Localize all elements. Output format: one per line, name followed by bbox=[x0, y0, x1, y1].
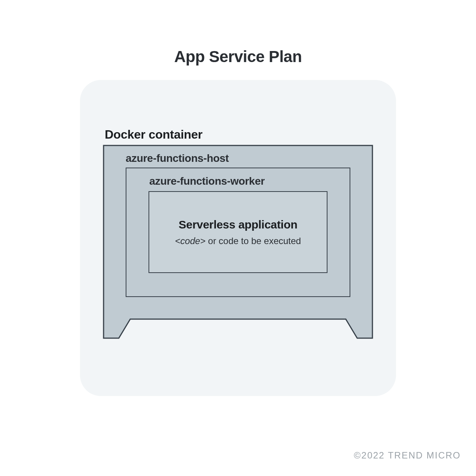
subtitle-text: or code to be executed bbox=[206, 236, 301, 246]
app-service-plan-card: Docker container azure-functions-host az… bbox=[80, 80, 396, 396]
copyright-text: ©2022 TREND MICRO bbox=[354, 450, 461, 461]
azure-functions-worker-box: azure-functions-worker Serverless applic… bbox=[126, 168, 350, 297]
diagram-title: App Service Plan bbox=[0, 0, 476, 66]
azure-functions-host-label: azure-functions-host bbox=[126, 152, 229, 165]
serverless-application-box: Serverless application <code> or code to… bbox=[149, 191, 327, 273]
serverless-application-title: Serverless application bbox=[179, 218, 297, 231]
serverless-application-subtitle: <code> or code to be executed bbox=[175, 236, 301, 246]
code-placeholder: <code> bbox=[175, 236, 206, 246]
azure-functions-worker-label: azure-functions-worker bbox=[149, 175, 265, 187]
docker-container-label: Docker container bbox=[105, 128, 203, 142]
